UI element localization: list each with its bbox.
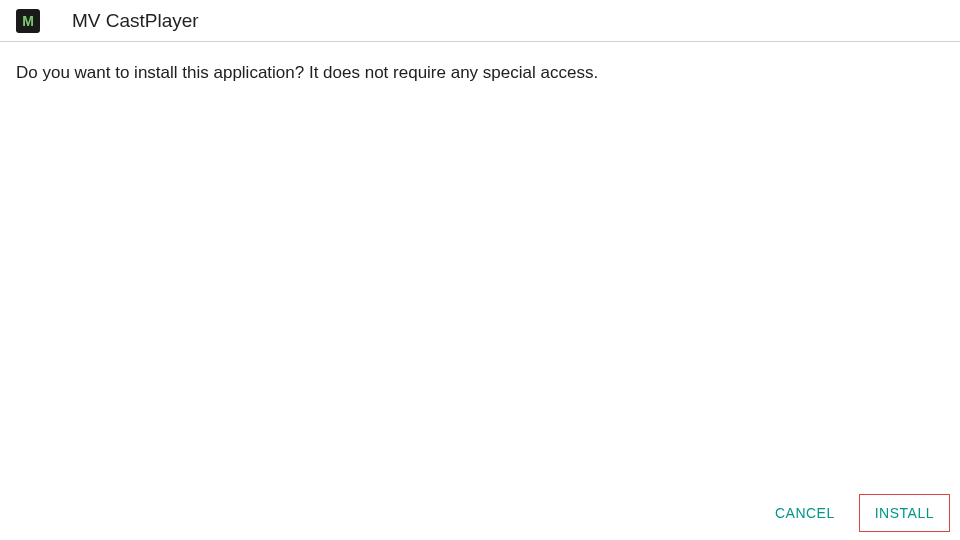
app-icon-letter: M xyxy=(22,14,34,28)
header: M MV CastPlayer xyxy=(0,0,960,42)
action-buttons: CANCEL INSTALL xyxy=(759,494,950,536)
app-icon: M xyxy=(16,9,40,33)
install-prompt-message: Do you want to install this application?… xyxy=(0,42,960,104)
cancel-button[interactable]: CANCEL xyxy=(759,494,851,532)
install-button[interactable]: INSTALL xyxy=(859,494,950,532)
app-title: MV CastPlayer xyxy=(72,10,199,32)
